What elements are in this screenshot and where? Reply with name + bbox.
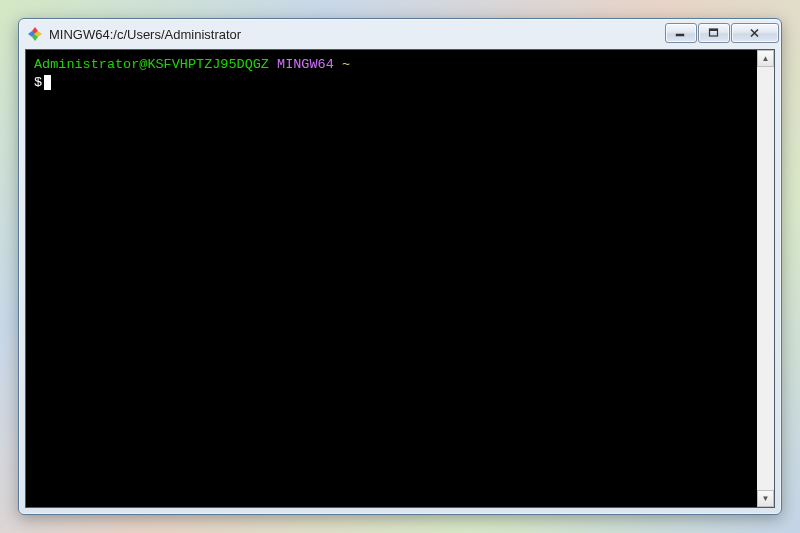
prompt-symbol: $	[34, 75, 42, 90]
client-area: Administrator@KSFVHPTZJ95DQGZ MINGW64 ~ …	[25, 49, 775, 508]
prompt-line-2: $	[34, 74, 749, 92]
close-button[interactable]	[731, 23, 779, 43]
scroll-track[interactable]	[757, 67, 774, 490]
app-icon	[27, 26, 43, 42]
chevron-up-icon: ▲	[762, 54, 770, 63]
minimize-icon	[675, 28, 687, 38]
cwd-text: ~	[342, 57, 350, 72]
window-title: MINGW64:/c/Users/Administrator	[49, 27, 665, 42]
minimize-button[interactable]	[665, 23, 697, 43]
maximize-button[interactable]	[698, 23, 730, 43]
scroll-up-button[interactable]: ▲	[757, 50, 774, 67]
env-text: MINGW64	[277, 57, 334, 72]
terminal-output[interactable]: Administrator@KSFVHPTZJ95DQGZ MINGW64 ~ …	[26, 50, 757, 507]
svg-rect-6	[710, 29, 718, 31]
user-host-text: Administrator@KSFVHPTZJ95DQGZ	[34, 57, 269, 72]
scroll-down-button[interactable]: ▼	[757, 490, 774, 507]
vertical-scrollbar[interactable]: ▲ ▼	[757, 50, 774, 507]
prompt-line-1: Administrator@KSFVHPTZJ95DQGZ MINGW64 ~	[34, 56, 749, 74]
close-icon	[749, 28, 761, 38]
cursor	[44, 75, 51, 90]
maximize-icon	[708, 28, 720, 38]
application-window: MINGW64:/c/Users/Administrator Administr…	[18, 18, 782, 515]
window-controls	[665, 23, 779, 43]
title-bar[interactable]: MINGW64:/c/Users/Administrator	[19, 19, 781, 49]
svg-rect-4	[676, 34, 684, 36]
chevron-down-icon: ▼	[762, 494, 770, 503]
